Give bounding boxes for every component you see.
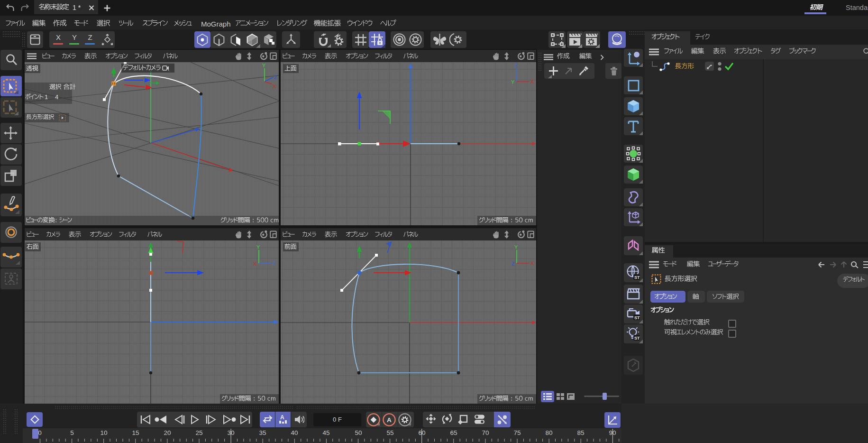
svg-text:Z: Z	[274, 74, 277, 80]
svg-text:Z: Z	[512, 261, 515, 267]
svg-text:ST: ST	[634, 315, 640, 320]
svg-text:Z: Z	[273, 260, 276, 266]
svg-text:Y: Y	[511, 79, 515, 85]
svg-text:Z: Z	[514, 63, 518, 68]
svg-text:X: X	[273, 83, 276, 89]
svg-text:Y: Y	[256, 244, 260, 250]
svg-text:X: X	[530, 79, 534, 84]
svg-text:A: A	[280, 414, 284, 421]
svg-text:Y: Y	[514, 244, 518, 250]
svg-text:X: X	[530, 260, 534, 266]
svg-text:Y: Y	[262, 63, 266, 68]
svg-text:A: A	[387, 416, 392, 424]
svg-text:X: X	[253, 261, 257, 267]
